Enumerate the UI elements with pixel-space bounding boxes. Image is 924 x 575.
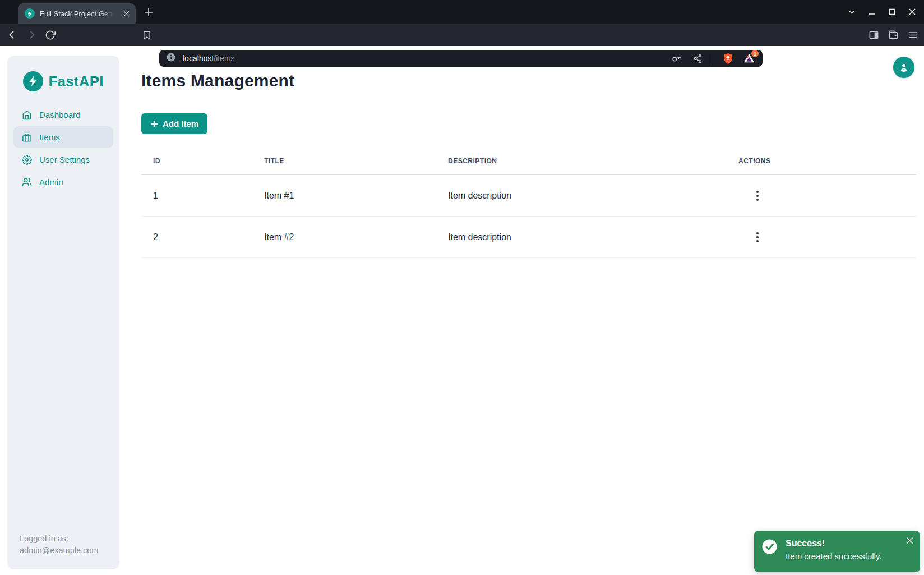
logged-in-info: Logged in as: admin@example.com — [20, 533, 114, 556]
table-row: 1 Item #1 Item description — [141, 175, 916, 217]
home-icon — [22, 110, 32, 120]
forward-icon[interactable] — [25, 29, 38, 42]
sidebar-item-label: Admin — [39, 177, 63, 187]
toast-close-icon[interactable] — [904, 535, 914, 545]
briefcase-icon — [22, 132, 32, 142]
cell-title: Item #2 — [252, 232, 436, 242]
fastapi-bolt-icon — [23, 71, 43, 91]
plus-icon — [150, 120, 158, 128]
browser-toolbar: localhost/items 1 — [0, 24, 924, 46]
main-content: Items Management Add Item ID TITLE DESCR… — [119, 46, 924, 575]
col-header-description: DESCRIPTION — [436, 157, 727, 165]
back-icon[interactable] — [6, 29, 19, 42]
new-tab-icon[interactable] — [144, 7, 154, 17]
row-actions-kebab-icon[interactable] — [750, 188, 765, 203]
user-icon — [898, 62, 909, 73]
table-header-row: ID TITLE DESCRIPTION ACTIONS — [141, 147, 916, 175]
page-title: Items Management — [141, 71, 924, 91]
col-header-id: ID — [141, 157, 252, 165]
gear-icon — [22, 155, 32, 165]
tab-strip: Full Stack Project Generator — [0, 0, 924, 24]
table-row: 2 Item #2 Item description — [141, 217, 916, 258]
users-icon — [22, 177, 32, 187]
col-header-title: TITLE — [252, 157, 436, 165]
sidebar-item-label: Dashboard — [39, 110, 80, 119]
logged-in-email: admin@example.com — [20, 545, 114, 556]
tab-title: Full Stack Project Generator — [40, 10, 116, 18]
browser-tab[interactable]: Full Stack Project Generator — [18, 3, 136, 24]
sidebar-item-dashboard[interactable]: Dashboard — [13, 104, 113, 126]
minimize-icon[interactable] — [867, 7, 877, 17]
success-toast: Success! Item created successfully. — [754, 531, 920, 572]
items-table: ID TITLE DESCRIPTION ACTIONS 1 Item #1 I… — [141, 147, 916, 258]
sidebar-toggle-icon[interactable] — [867, 29, 880, 42]
sidebar-item-user-settings[interactable]: User Settings — [13, 149, 113, 171]
tab-search-icon[interactable] — [847, 7, 857, 17]
add-item-button[interactable]: Add Item — [141, 113, 207, 134]
maximize-icon[interactable] — [887, 7, 897, 17]
wallet-icon[interactable] — [887, 29, 900, 42]
sidebar-item-label: Items — [39, 132, 60, 142]
toast-title: Success! — [786, 537, 881, 550]
close-window-icon[interactable] — [907, 7, 917, 17]
col-header-actions: ACTIONS — [727, 157, 916, 165]
user-avatar-button[interactable] — [893, 57, 914, 78]
reload-icon[interactable] — [44, 29, 57, 42]
check-circle-icon — [762, 539, 777, 565]
toast-message: Item created successfully. — [786, 550, 881, 563]
tab-close-icon[interactable] — [121, 8, 131, 19]
cell-title: Item #1 — [252, 191, 436, 201]
cell-id: 1 — [141, 191, 252, 201]
fastapi-favicon-icon — [25, 8, 35, 19]
logged-in-label: Logged in as: — [20, 533, 114, 545]
browser-window: Full Stack Project Generator — [0, 0, 924, 575]
cell-description: Item description — [436, 232, 727, 242]
window-controls — [847, 0, 924, 24]
logo-text: FastAPI — [48, 73, 103, 90]
row-actions-kebab-icon[interactable] — [750, 230, 765, 245]
add-item-label: Add Item — [163, 119, 198, 128]
cell-id: 2 — [141, 232, 252, 242]
sidebar-item-admin[interactable]: Admin — [13, 171, 113, 193]
app-sidebar: FastAPI Dashboard Items User Settings Ad… — [7, 56, 119, 569]
sidebar-item-label: User Settings — [39, 155, 90, 164]
bookmark-icon[interactable] — [140, 29, 153, 42]
sidebar-item-items[interactable]: Items — [13, 126, 113, 148]
app-logo: FastAPI — [7, 71, 119, 91]
sidebar-nav: Dashboard Items User Settings Admin — [7, 104, 119, 193]
cell-description: Item description — [436, 191, 727, 201]
menu-icon[interactable] — [907, 29, 920, 42]
